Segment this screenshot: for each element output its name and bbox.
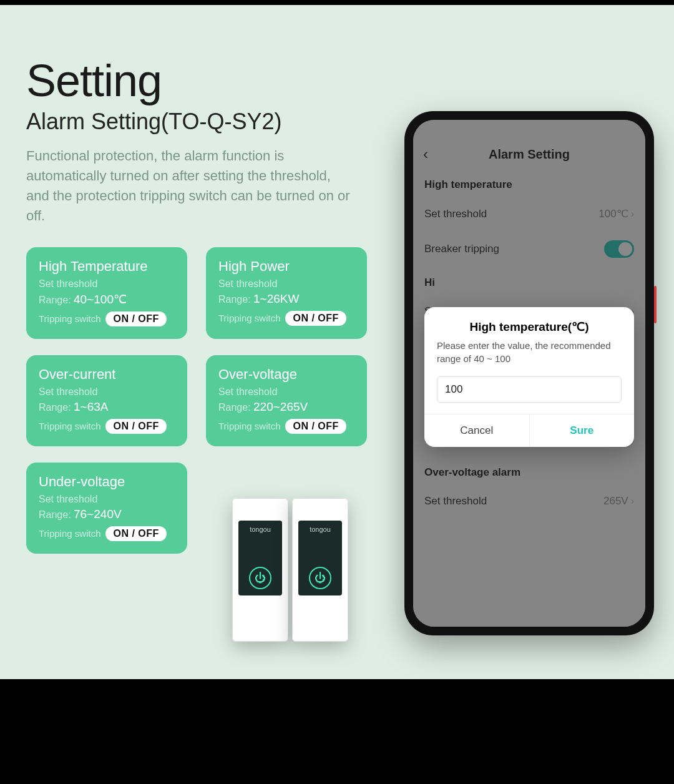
trip-label: Tripping switch bbox=[218, 313, 280, 323]
card-title: Over-voltage bbox=[218, 366, 354, 383]
page-title: Setting bbox=[26, 55, 376, 106]
breaker-device: tongou ⏻ bbox=[232, 498, 288, 642]
card-over-voltage: Over-voltage Set threshold Range: 220~26… bbox=[206, 355, 367, 446]
trip-label: Tripping switch bbox=[39, 528, 100, 539]
card-threshold-label: Set threshold bbox=[39, 278, 175, 290]
card-high-power: High Power Set threshold Range: 1~26KW T… bbox=[206, 247, 367, 339]
card-under-voltage: Under-voltage Set threshold Range: 76~24… bbox=[26, 463, 187, 554]
card-title: High Power bbox=[218, 258, 354, 275]
dialog-high-temperature: High temperature(℃) Please enter the val… bbox=[424, 307, 634, 447]
dialog-title: High temperature(℃) bbox=[424, 307, 634, 339]
range-value: 40~100℃ bbox=[74, 293, 127, 306]
range-value: 1~63A bbox=[74, 400, 108, 413]
range-label: Range: bbox=[39, 509, 71, 520]
breaker-device: tongou ⏻ bbox=[292, 498, 348, 642]
trip-label: Tripping switch bbox=[39, 421, 100, 431]
product-image: tongou ⏻ tongou ⏻ bbox=[212, 473, 368, 642]
range-value: 220~265V bbox=[253, 400, 308, 413]
card-title: Over-current bbox=[39, 366, 175, 383]
range-label: Range: bbox=[39, 295, 71, 305]
card-range: Range: 1~26KW bbox=[218, 292, 354, 306]
card-high-temperature: High Temperature Set threshold Range: 40… bbox=[26, 247, 187, 339]
card-threshold-label: Set threshold bbox=[39, 494, 175, 505]
card-threshold-label: Set threshold bbox=[218, 386, 354, 398]
range-value: 1~26KW bbox=[253, 292, 299, 305]
card-range: Range: 220~265V bbox=[218, 400, 354, 414]
card-range: Range: 40~100℃ bbox=[39, 292, 175, 306]
dialog-message: Please enter the value, the recommended … bbox=[424, 339, 634, 374]
sure-button[interactable]: Sure bbox=[530, 414, 635, 447]
power-icon: ⏻ bbox=[249, 567, 271, 589]
trip-label: Tripping switch bbox=[39, 313, 100, 324]
power-icon: ⏻ bbox=[309, 567, 331, 589]
card-range: Range: 76~240V bbox=[39, 507, 175, 521]
range-value: 76~240V bbox=[74, 507, 122, 521]
onoff-pill: ON / OFF bbox=[105, 526, 166, 541]
card-over-current: Over-current Set threshold Range: 1~63A … bbox=[26, 355, 187, 446]
range-label: Range: bbox=[39, 402, 71, 413]
range-label: Range: bbox=[218, 402, 251, 413]
range-label: Range: bbox=[218, 294, 251, 305]
page-description: Functional protection, the alarm functio… bbox=[26, 146, 357, 226]
onoff-pill: ON / OFF bbox=[105, 311, 166, 326]
brand-label: tongou bbox=[298, 526, 342, 533]
onoff-pill: ON / OFF bbox=[105, 419, 166, 434]
page-subtitle: Alarm Setting(TO-Q-SY2) bbox=[26, 109, 376, 135]
onoff-pill: ON / OFF bbox=[285, 311, 346, 326]
card-range: Range: 1~63A bbox=[39, 400, 175, 414]
cancel-button[interactable]: Cancel bbox=[424, 414, 530, 447]
card-title: High Temperature bbox=[39, 258, 175, 275]
dialog-input[interactable]: 100 bbox=[437, 376, 622, 403]
trip-label: Tripping switch bbox=[218, 421, 280, 431]
onoff-pill: ON / OFF bbox=[285, 419, 346, 434]
card-title: Under-voltage bbox=[39, 474, 175, 490]
card-threshold-label: Set threshold bbox=[39, 386, 175, 398]
phone-mockup: ‹ Alarm Setting High temperature Set thr… bbox=[404, 111, 654, 635]
brand-label: tongou bbox=[238, 526, 282, 533]
card-threshold-label: Set threshold bbox=[218, 278, 354, 290]
